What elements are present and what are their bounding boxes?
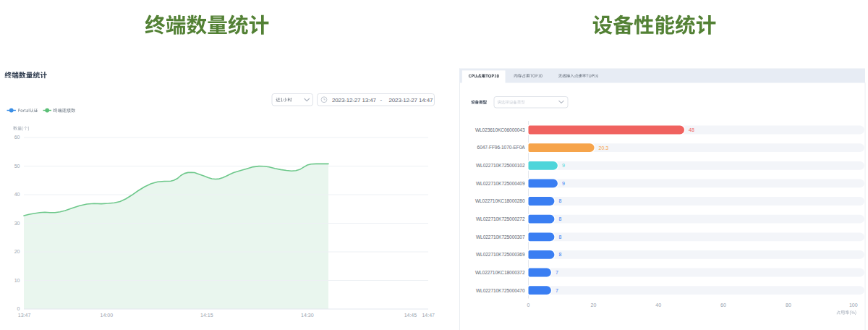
svg-text:60: 60 xyxy=(720,302,726,308)
svg-text:8: 8 xyxy=(558,234,561,240)
svg-text:WL022710K725000272: WL022710K725000272 xyxy=(476,216,525,221)
svg-text:WL023610KC06000043: WL023610KC06000043 xyxy=(475,127,525,132)
svg-text:8: 8 xyxy=(558,198,561,203)
svg-text:WL022710K725000470: WL022710K725000470 xyxy=(476,288,525,293)
svg-text:0: 0 xyxy=(17,306,20,311)
svg-text:9: 9 xyxy=(562,163,565,168)
svg-text:-: - xyxy=(380,96,383,103)
svg-text:14:00: 14:00 xyxy=(101,313,114,318)
svg-text:WL022710K725000307: WL022710K725000307 xyxy=(476,234,525,240)
svg-text:0: 0 xyxy=(527,302,530,308)
svg-text:40: 40 xyxy=(655,302,661,308)
svg-text:2023-12-27 13:47: 2023-12-27 13:47 xyxy=(332,97,376,103)
svg-text:7: 7 xyxy=(556,288,558,293)
svg-text:20.3: 20.3 xyxy=(599,145,609,151)
svg-text:7: 7 xyxy=(556,270,558,275)
svg-text:40: 40 xyxy=(14,192,20,197)
svg-text:8: 8 xyxy=(558,252,561,257)
svg-text:WL022710KC18000372: WL022710KC18000372 xyxy=(475,270,525,275)
svg-text:14:45: 14:45 xyxy=(404,313,417,318)
svg-text:9: 9 xyxy=(562,181,565,186)
svg-text:48: 48 xyxy=(689,127,694,132)
svg-text:6047-FF96-1070-EF0A: 6047-FF96-1070-EF0A xyxy=(477,145,526,150)
svg-text:20: 20 xyxy=(591,302,597,308)
svg-text:WL022710K725000102: WL022710K725000102 xyxy=(476,163,525,168)
svg-text:14:47: 14:47 xyxy=(422,313,435,318)
svg-text:WL022710K725000409: WL022710K725000409 xyxy=(476,181,525,186)
svg-text:50: 50 xyxy=(14,164,20,169)
svg-text:100: 100 xyxy=(849,302,858,308)
svg-text:14:15: 14:15 xyxy=(200,313,213,318)
svg-text:10: 10 xyxy=(14,278,20,283)
svg-text:2023-12-27 14:47: 2023-12-27 14:47 xyxy=(389,97,433,103)
svg-text:WL022710K725000369: WL022710K725000369 xyxy=(476,252,525,257)
svg-text:13:47: 13:47 xyxy=(18,313,31,318)
svg-text:8: 8 xyxy=(558,216,561,221)
svg-text:60: 60 xyxy=(14,135,20,140)
svg-text:80: 80 xyxy=(786,302,791,308)
svg-text:30: 30 xyxy=(14,221,20,226)
svg-text:WL022710KC18000280: WL022710KC18000280 xyxy=(475,198,525,203)
svg-text:14:30: 14:30 xyxy=(301,313,314,318)
svg-text:20: 20 xyxy=(14,249,20,254)
